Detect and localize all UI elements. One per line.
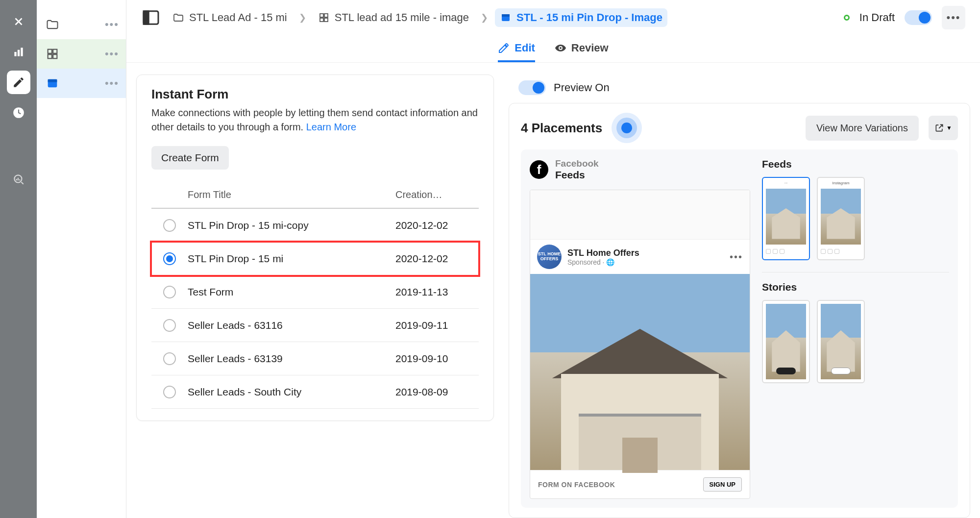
svg-rect-7 (48, 54, 52, 58)
form-radio[interactable] (163, 252, 176, 265)
form-radio[interactable] (163, 319, 176, 332)
section-title: Instant Form (151, 87, 479, 102)
form-date: 2019-09-11 (395, 320, 479, 331)
advertiser-name: STL Home Offers (567, 248, 639, 258)
form-date: 2020-12-02 (395, 220, 479, 231)
tab-review[interactable]: Review (555, 35, 609, 62)
placement-thumb-story-1[interactable] (762, 300, 810, 383)
status-text: In Draft (859, 11, 895, 24)
more-icon[interactable]: ••• (105, 77, 119, 90)
clock-icon[interactable] (7, 101, 30, 124)
expand-dropdown-button[interactable]: ▼ (929, 116, 958, 140)
edit-pencil-icon[interactable] (7, 71, 30, 94)
platform-name: Facebook (555, 158, 599, 169)
svg-rect-6 (53, 49, 57, 53)
chevron-down-icon: ▼ (946, 124, 952, 131)
ad-image (530, 274, 750, 470)
analytics-search-icon[interactable] (7, 168, 30, 191)
placement-thumb-story-2[interactable] (817, 300, 865, 383)
form-panel: Instant Form Make connections with peopl… (126, 63, 504, 518)
tab-label: Edit (514, 42, 535, 54)
preview-toggle-label: Preview On (554, 81, 610, 94)
form-row[interactable]: STL Pin Drop - 15 mi-copy2020-12-02 (151, 209, 479, 242)
facebook-icon: f (530, 160, 548, 179)
svg-rect-12 (144, 11, 148, 25)
breadcrumb-campaign[interactable]: STL Lead Ad - 15 mi (168, 8, 292, 27)
signup-button[interactable]: SIGN UP (703, 477, 742, 492)
form-title: STL Pin Drop - 15 mi-copy (188, 220, 395, 231)
chevron-right-icon: ❯ (481, 12, 488, 23)
view-more-variations-button[interactable]: View More Variations (806, 116, 919, 141)
svg-rect-15 (320, 18, 323, 22)
folder-icon (46, 18, 59, 31)
breadcrumb-ad[interactable]: STL - 15 mi Pin Drop - Image (495, 8, 667, 27)
icon-rail (0, 0, 37, 518)
platform-type: Feeds (555, 169, 599, 181)
form-row[interactable]: Seller Leads - 631392019-09-10 (151, 342, 479, 375)
svg-rect-1 (17, 50, 19, 56)
ad-icon (46, 76, 59, 90)
create-form-button[interactable]: Create Form (151, 146, 229, 170)
more-icon[interactable]: ••• (105, 48, 119, 60)
svg-rect-5 (48, 49, 52, 53)
svg-rect-0 (14, 52, 16, 56)
feeds-section-title: Feeds (762, 158, 949, 170)
form-radio[interactable] (163, 286, 176, 298)
forms-table: Form Title Creation… STL Pin Drop - 15 m… (151, 181, 479, 409)
learn-more-link[interactable]: Learn More (306, 122, 356, 132)
placement-thumb-facebook-feed[interactable]: ··· (762, 177, 810, 260)
svg-rect-8 (53, 54, 57, 58)
breadcrumb-label: STL - 15 mi Pin Drop - Image (516, 11, 662, 24)
folder-icon (172, 12, 184, 24)
svg-rect-18 (502, 14, 510, 17)
pencil-icon (498, 42, 510, 54)
publish-toggle[interactable] (905, 10, 932, 25)
structure-sidebar: ••• ••• ••• (37, 0, 126, 518)
ad-preview-mock: STL HOMEOFFERS STL Home Offers Sponsored… (530, 190, 750, 499)
ad-icon (500, 12, 512, 24)
close-button[interactable] (7, 10, 30, 33)
svg-rect-10 (48, 79, 57, 82)
nav-ad[interactable]: ••• (37, 69, 126, 98)
nav-campaign[interactable]: ••• (37, 10, 126, 39)
placement-thumb-instagram-feed[interactable]: Instagram (817, 177, 865, 260)
form-radio[interactable] (163, 352, 176, 365)
form-date: 2020-12-02 (395, 253, 479, 265)
form-row[interactable]: Seller Leads - 631162019-09-11 (151, 309, 479, 342)
form-date: 2019-08-09 (395, 386, 479, 398)
form-row[interactable]: STL Pin Drop - 15 mi2020-12-02 (151, 242, 479, 275)
svg-rect-13 (320, 14, 323, 17)
external-link-icon (934, 123, 944, 133)
form-title: Seller Leads - South City (188, 386, 395, 398)
more-menu-button[interactable]: ••• (942, 6, 965, 29)
form-title: Seller Leads - 63116 (188, 320, 395, 331)
form-radio[interactable] (163, 386, 176, 398)
chevron-right-icon: ❯ (299, 12, 306, 23)
form-row[interactable]: Seller Leads - South City2019-08-09 (151, 375, 479, 409)
preview-toggle[interactable] (518, 80, 546, 95)
sponsored-label: Sponsored · 🌐 (567, 258, 639, 266)
svg-rect-2 (21, 48, 23, 56)
mode-tabs: Edit Review (126, 35, 980, 63)
placements-count: 4 Placements (521, 121, 602, 136)
post-more-icon[interactable]: ••• (730, 251, 743, 263)
tab-edit[interactable]: Edit (498, 35, 535, 62)
col-creation-date: Creation… (395, 189, 479, 200)
svg-point-19 (560, 47, 562, 49)
form-row[interactable]: Test Form2019-11-13 (151, 275, 479, 309)
panel-collapse-icon[interactable] (141, 8, 161, 27)
breadcrumb-label: STL lead ad 15 mile - image (335, 11, 469, 24)
nav-adset[interactable]: ••• (37, 39, 126, 69)
form-radio[interactable] (163, 219, 176, 232)
main: STL Lead Ad - 15 mi ❯ STL lead ad 15 mil… (126, 0, 980, 518)
form-date: 2019-11-13 (395, 286, 479, 298)
grid-icon (318, 12, 330, 24)
status-indicator-icon (844, 15, 850, 21)
eye-icon (555, 42, 566, 54)
form-date: 2019-09-10 (395, 353, 479, 365)
advertiser-avatar: STL HOMEOFFERS (537, 245, 562, 269)
breadcrumb-adset[interactable]: STL lead ad 15 mile - image (313, 8, 474, 27)
more-icon[interactable]: ••• (105, 18, 119, 31)
topbar: STL Lead Ad - 15 mi ❯ STL lead ad 15 mil… (126, 0, 980, 35)
chart-icon[interactable] (7, 40, 30, 64)
